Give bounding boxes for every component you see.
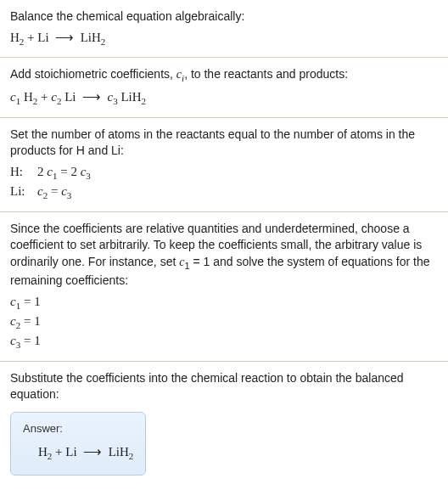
section-problem: Balance the chemical equation algebraica…	[0, 0, 448, 57]
problem-text: Balance the chemical equation algebraica…	[10, 8, 438, 25]
atom-row-li: Li: c2 = c3	[10, 183, 438, 202]
atom-row-h: H: 2 c1 = 2 c3	[10, 163, 438, 183]
coeff-c2: c2 = 1	[10, 312, 438, 332]
coefficients-equation: c1 H2 + c2 Li ⟶ c3 LiH2	[10, 88, 438, 108]
section-answer: Substitute the coefficients into the che…	[0, 361, 448, 485]
atoms-grid: H: 2 c1 = 2 c3 Li: c2 = c3	[10, 163, 438, 203]
atom-eq-li: c2 = c3	[37, 183, 71, 202]
solve-text: Since the coefficients are relative quan…	[10, 221, 438, 290]
unbalanced-equation: H2 + Li ⟶ LiH2	[10, 29, 438, 48]
section-solve: Since the coefficients are relative quan…	[0, 211, 448, 361]
section-add-coefficients: Add stoichiometric coefficients, ci, to …	[0, 57, 448, 117]
atom-label-h: H:	[10, 163, 27, 183]
substitute-text: Substitute the coefficients into the che…	[10, 370, 438, 403]
answer-box: Answer: H2 + Li ⟶ LiH2	[10, 412, 146, 476]
solved-coefficients: c1 = 1 c2 = 1 c3 = 1	[10, 293, 438, 352]
atom-eq-h: 2 c1 = 2 c3	[37, 163, 91, 183]
answer-label: Answer:	[23, 421, 135, 436]
atom-balance-text: Set the number of atoms in the reactants…	[10, 127, 438, 160]
balanced-equation: H2 + Li ⟶ LiH2	[23, 443, 135, 463]
coeff-c3: c3 = 1	[10, 332, 438, 352]
coeff-c1: c1 = 1	[10, 293, 438, 312]
section-atom-balance: Set the number of atoms in the reactants…	[0, 117, 448, 211]
add-coefficients-text: Add stoichiometric coefficients, ci, to …	[10, 66, 438, 85]
atom-label-li: Li:	[10, 183, 27, 202]
